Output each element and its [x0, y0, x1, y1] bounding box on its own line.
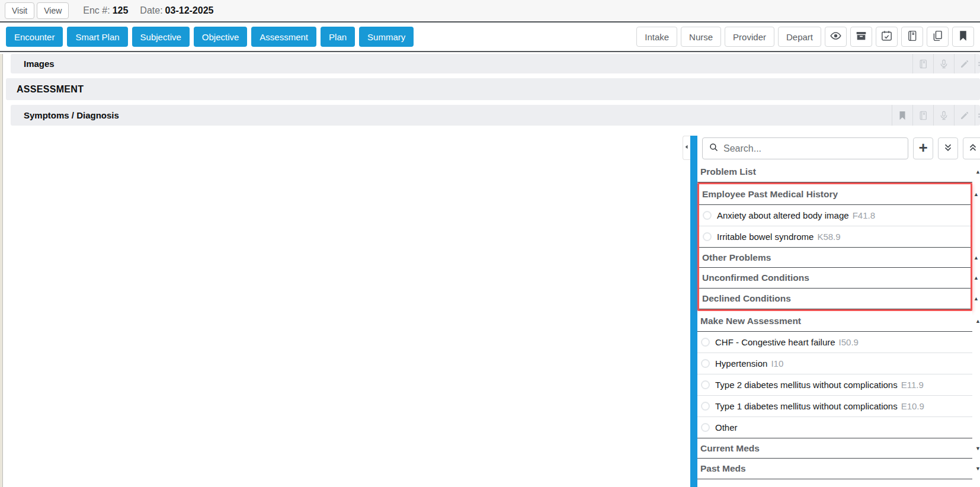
section-header-current-meds[interactable]: Current Meds▼ — [697, 438, 972, 459]
section-header-declined-conditions[interactable]: Declined Conditions▲ — [699, 289, 971, 309]
add-problem-button[interactable]: + — [913, 137, 933, 159]
search-input[interactable] — [723, 143, 902, 154]
icd-code: F41.8 — [853, 210, 875, 220]
copy-button[interactable] — [927, 27, 949, 47]
problem-item-chf-congestive-heart-failure[interactable]: CHF - Congestive heart failureI50.9 — [697, 332, 972, 353]
radio-circle[interactable] — [701, 359, 710, 368]
radio-circle[interactable] — [701, 380, 710, 389]
pencil-icon[interactable] — [954, 54, 975, 73]
images-section-title: Images — [11, 59, 55, 69]
main-content: Images ASSESSMENT Symptoms / Diagnosis + — [0, 54, 980, 487]
images-bar-icons — [912, 54, 980, 73]
bookmark-icon[interactable] — [892, 105, 912, 126]
problem-item-label: Irritable bowel syndrome — [717, 232, 814, 242]
problem-item-anxiety-about-altered-body-image[interactable]: Anxiety about altered body imageF41.8 — [699, 205, 971, 226]
visit-button[interactable]: Visit — [5, 2, 34, 19]
book-icon[interactable] — [912, 105, 933, 126]
book-icon[interactable] — [912, 54, 933, 73]
bookmark-button[interactable] — [952, 27, 974, 47]
search-box[interactable] — [702, 137, 908, 159]
radio-circle[interactable] — [703, 211, 712, 220]
symptoms-diagnosis-title: Symptoms / Diagnosis — [11, 110, 119, 120]
collapse-all-button[interactable] — [938, 137, 958, 159]
icd-code: I50.9 — [839, 337, 859, 347]
nav-tabs: EncounterSmart PlanSubjectiveObjectiveAs… — [6, 27, 418, 47]
radio-circle[interactable] — [701, 338, 710, 347]
stage-button-depart[interactable]: Depart — [778, 27, 821, 47]
double-chevron-down-icon — [943, 142, 953, 155]
stage-button-provider[interactable]: Provider — [725, 27, 774, 47]
book-icon — [906, 30, 918, 44]
microphone-icon[interactable] — [933, 54, 954, 73]
problem-item-type-1-diabetes-mellitus-without-complications[interactable]: Type 1 diabetes mellitus without complic… — [697, 396, 972, 417]
section-header-label: Employee Past Medical History — [702, 189, 838, 200]
nav-tab-assessment[interactable]: Assessment — [251, 27, 316, 47]
section-header-label: Other Problems — [702, 252, 771, 263]
toolbar-icon-buttons — [821, 27, 974, 47]
section-header-label: Declined Conditions — [702, 293, 791, 304]
double-chevron-up-icon — [968, 142, 978, 155]
icd-code: E11.9 — [901, 380, 924, 390]
nav-tab-plan[interactable]: Plan — [321, 27, 355, 47]
topbar: Visit View Enc #:125 Date:03-12-2025 — [0, 0, 980, 23]
problem-item-other[interactable]: Other — [697, 417, 972, 438]
stage-button-nurse[interactable]: Nurse — [681, 27, 721, 47]
triangle-down-icon: ▼ — [975, 466, 980, 472]
stage-button-intake[interactable]: Intake — [636, 27, 677, 47]
section-header-other-problems[interactable]: Other Problems▲ — [699, 247, 971, 268]
panel-collapse-button[interactable] — [683, 136, 690, 160]
problem-list: Problem List▲Employee Past Medical Histo… — [697, 162, 972, 479]
triangle-left-icon — [683, 143, 690, 152]
assessment-section-bar[interactable]: ASSESSMENT — [6, 78, 980, 100]
archive-icon — [855, 30, 867, 44]
nav-tab-smart-plan[interactable]: Smart Plan — [67, 27, 127, 47]
icd-code: I10 — [771, 358, 783, 369]
section-header-employee-past-medical-history[interactable]: Employee Past Medical History▲ — [699, 184, 971, 205]
panel-search-row: + — [697, 137, 980, 159]
microphone-icon[interactable] — [933, 105, 954, 126]
archive-button[interactable] — [850, 27, 872, 47]
date-value: 03-12-2025 — [165, 5, 214, 15]
pencil-icon[interactable] — [954, 105, 975, 126]
symptoms-diagnosis-section-bar[interactable]: Symptoms / Diagnosis — [11, 105, 980, 126]
radio-circle[interactable] — [703, 232, 712, 241]
dots-icon — [975, 54, 980, 73]
nav-tab-subjective[interactable]: Subjective — [132, 27, 190, 47]
section-header-label: Past Meds — [700, 463, 746, 474]
nav-tab-summary[interactable]: Summary — [359, 27, 414, 47]
panel-accent-bar — [690, 136, 697, 487]
book-button[interactable] — [901, 27, 923, 47]
dots-icon — [975, 105, 980, 126]
eye-icon — [830, 30, 842, 44]
calendar-check-button[interactable] — [876, 27, 898, 47]
view-button[interactable]: View — [37, 2, 69, 19]
section-header-label: Make New Assessment — [700, 316, 801, 326]
nav-right: IntakeNurseProviderDepart — [633, 27, 974, 47]
icd-code: E10.9 — [901, 401, 924, 411]
problem-item-hypertension[interactable]: HypertensionI10 — [697, 353, 972, 374]
encounter-number: Enc #:125 — [83, 5, 128, 16]
symptoms-bar-icons — [892, 105, 980, 126]
problem-item-label: Anxiety about altered body image — [717, 210, 849, 220]
radio-circle[interactable] — [701, 402, 710, 411]
eye-button[interactable] — [825, 27, 847, 47]
images-section-bar[interactable]: Images — [11, 54, 980, 73]
triangle-up-icon: ▲ — [973, 191, 979, 197]
enc-label: Enc #: — [83, 5, 110, 15]
section-header-label: Unconfirmed Conditions — [702, 273, 809, 283]
section-header-make-new-assessment[interactable]: Make New Assessment▲ — [697, 311, 972, 332]
problem-item-irritable-bowel-syndrome[interactable]: Irritable bowel syndromeK58.9 — [699, 226, 971, 248]
nav-tab-objective[interactable]: Objective — [194, 27, 248, 47]
date-label: Date: — [140, 5, 162, 15]
section-header-past-meds[interactable]: Past Meds▼ — [697, 459, 972, 479]
triangle-up-icon: ▲ — [975, 318, 980, 324]
problem-item-label: Hypertension — [715, 358, 767, 369]
radio-circle[interactable] — [701, 423, 710, 432]
section-header-problem-list[interactable]: Problem List▲ — [697, 162, 972, 182]
section-header-label: Problem List — [700, 166, 756, 177]
expand-all-button[interactable] — [963, 137, 980, 159]
enc-value: 125 — [113, 5, 129, 15]
nav-tab-encounter[interactable]: Encounter — [6, 27, 63, 47]
problem-item-type-2-diabetes-mellitus-without-complications[interactable]: Type 2 diabetes mellitus without complic… — [697, 374, 972, 396]
section-header-unconfirmed-conditions[interactable]: Unconfirmed Conditions▲ — [699, 268, 971, 289]
